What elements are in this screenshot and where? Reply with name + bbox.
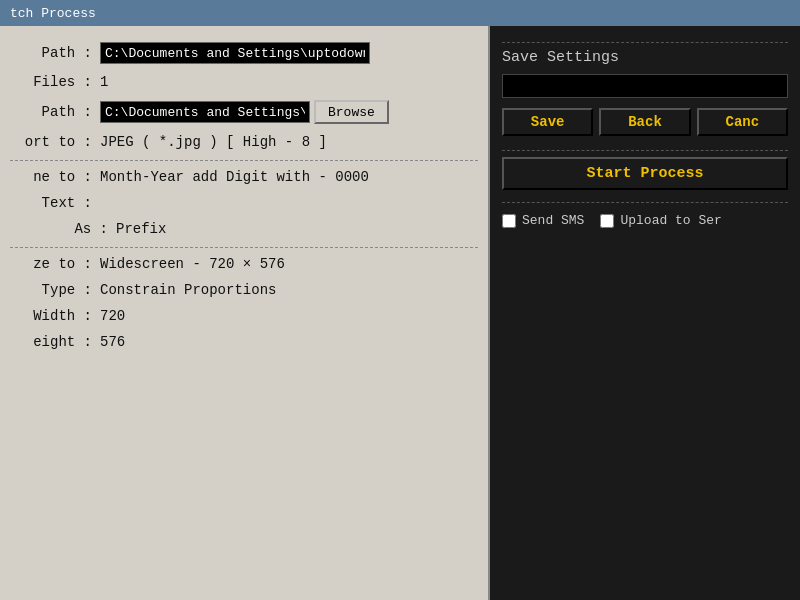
save-btn-row: Save Back Canc	[502, 108, 788, 136]
height-row: eight : 576	[10, 334, 478, 350]
type-label: Type :	[10, 282, 100, 298]
right-panel: Save Settings Save Back Canc Start Proce…	[490, 26, 800, 600]
width-row: Width : 720	[10, 308, 478, 324]
height-value: 576	[100, 334, 125, 350]
rename-to-label: ne to :	[10, 169, 100, 185]
export-to-label: ort to :	[10, 134, 100, 150]
text-row: Text :	[10, 195, 478, 211]
files-value: 1	[100, 74, 108, 90]
output-path-row: Path : Browse	[10, 100, 478, 124]
width-label: Width :	[10, 308, 100, 324]
export-to-value: JPEG ( *.jpg ) [ High - 8 ]	[100, 134, 327, 150]
upload-to-server-checkbox-item[interactable]: Upload to Ser	[600, 213, 721, 228]
files-label: Files :	[10, 74, 100, 90]
start-process-button[interactable]: Start Process	[502, 157, 788, 190]
main-container: Path : Files : 1 Path : Browse ort to : …	[0, 26, 800, 600]
send-sms-checkbox-item[interactable]: Send SMS	[502, 213, 584, 228]
save-settings-label: Save Settings	[502, 49, 788, 66]
divider-2	[10, 247, 478, 248]
width-value: 720	[100, 308, 125, 324]
export-to-row: ort to : JPEG ( *.jpg ) [ High - 8 ]	[10, 134, 478, 150]
divider-1	[10, 160, 478, 161]
left-panel: Path : Files : 1 Path : Browse ort to : …	[0, 26, 490, 600]
text-as-label: As :	[26, 221, 116, 237]
title-bar: tch Process	[0, 0, 800, 26]
save-settings-input[interactable]	[502, 74, 788, 98]
output-path-input[interactable]	[100, 101, 310, 123]
text-as-row: As : Prefix	[10, 221, 478, 237]
back-button[interactable]: Back	[599, 108, 690, 136]
upload-to-server-checkbox[interactable]	[600, 214, 614, 228]
title-label: tch Process	[10, 6, 96, 21]
cancel-button[interactable]: Canc	[697, 108, 788, 136]
right-divider-top	[502, 42, 788, 43]
output-path-label: Path :	[10, 104, 100, 120]
type-row: Type : Constrain Proportions	[10, 282, 478, 298]
source-path-row: Path :	[10, 42, 478, 64]
rename-to-row: ne to : Month-Year add Digit with - 0000	[10, 169, 478, 185]
source-path-input[interactable]	[100, 42, 370, 64]
height-label: eight :	[10, 334, 100, 350]
text-label: Text :	[10, 195, 100, 211]
text-as-value: Prefix	[116, 221, 166, 237]
right-divider-mid	[502, 150, 788, 151]
right-divider-bottom	[502, 202, 788, 203]
send-sms-checkbox[interactable]	[502, 214, 516, 228]
browse-button[interactable]: Browse	[314, 100, 389, 124]
size-to-label: ze to :	[10, 256, 100, 272]
rename-to-value: Month-Year add Digit with - 0000	[100, 169, 369, 185]
source-path-label: Path :	[10, 45, 100, 61]
type-value: Constrain Proportions	[100, 282, 276, 298]
size-to-row: ze to : Widescreen - 720 × 576	[10, 256, 478, 272]
save-button[interactable]: Save	[502, 108, 593, 136]
send-sms-label: Send SMS	[522, 213, 584, 228]
upload-to-server-label: Upload to Ser	[620, 213, 721, 228]
files-row: Files : 1	[10, 74, 478, 90]
size-to-value: Widescreen - 720 × 576	[100, 256, 285, 272]
checkbox-row: Send SMS Upload to Ser	[502, 213, 788, 228]
